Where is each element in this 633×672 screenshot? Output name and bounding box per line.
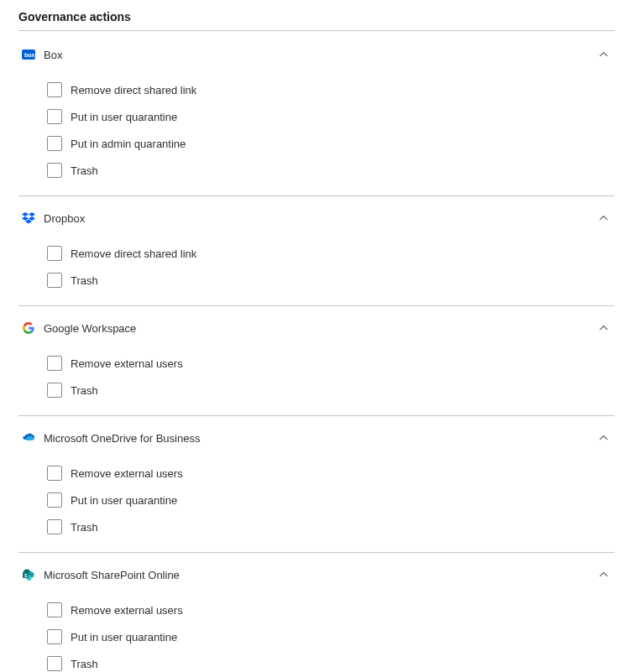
options-list: Remove direct shared link Put in user qu… — [18, 65, 615, 184]
checkbox[interactable] — [47, 273, 62, 288]
option-row: Remove direct shared link — [47, 76, 615, 103]
options-list: Remove external users Put in user quaran… — [18, 448, 615, 540]
section-header-dropbox[interactable]: Dropbox — [18, 208, 615, 228]
option-label: Remove direct shared link — [71, 84, 196, 96]
svg-marker-4 — [22, 216, 29, 221]
section-onedrive: Microsoft OneDrive for Business Remove e… — [18, 416, 615, 553]
svg-marker-2 — [22, 212, 29, 216]
svg-text:box: box — [24, 52, 35, 58]
section-header-google-workspace[interactable]: Google Workspace — [18, 318, 615, 338]
section-label: Box — [44, 49, 598, 61]
checkbox[interactable] — [47, 383, 62, 398]
svg-marker-3 — [29, 212, 35, 216]
option-row: Put in admin quarantine — [47, 130, 615, 157]
options-list: Remove direct shared link Trash — [18, 228, 615, 294]
option-label: Put in user quarantine — [71, 494, 177, 507]
option-label: Trash — [71, 274, 98, 287]
page-title: Governance actions — [18, 10, 615, 30]
section-header-box[interactable]: box Box — [18, 44, 615, 65]
option-label: Remove direct shared link — [71, 247, 196, 260]
option-row: Remove external users — [47, 350, 615, 377]
chevron-up-icon — [598, 569, 609, 581]
checkbox[interactable] — [47, 246, 62, 261]
section-header-sharepoint[interactable]: S Microsoft SharePoint Online — [18, 565, 615, 585]
onedrive-icon — [22, 431, 35, 445]
option-label: Trash — [71, 384, 98, 397]
option-row: Put in user quarantine — [47, 487, 615, 513]
svg-marker-5 — [29, 216, 35, 221]
option-label: Trash — [71, 658, 98, 670]
section-box: box Box Remove direct shared link Put in… — [18, 33, 615, 196]
option-row: Trash — [47, 513, 615, 540]
chevron-up-icon — [598, 212, 609, 224]
option-row: Trash — [47, 377, 615, 404]
option-row: Trash — [47, 267, 615, 294]
option-label: Remove external users — [71, 467, 183, 480]
chevron-up-icon — [598, 49, 609, 60]
option-label: Trash — [71, 164, 98, 177]
checkbox[interactable] — [47, 656, 62, 671]
section-label: Google Workspace — [44, 322, 598, 335]
sharepoint-icon: S — [22, 568, 35, 581]
option-label: Remove external users — [71, 357, 183, 370]
section-sharepoint: S Microsoft SharePoint Online Remove ext… — [18, 553, 615, 672]
checkbox[interactable] — [47, 519, 62, 534]
checkbox[interactable] — [47, 602, 62, 617]
option-label: Put in admin quarantine — [71, 138, 186, 150]
option-row: Put in user quarantine — [47, 103, 615, 130]
section-dropbox: Dropbox Remove direct shared link Trash — [18, 196, 615, 306]
options-list: Remove external users Trash — [18, 338, 615, 404]
option-row: Remove external users — [47, 460, 615, 487]
option-label: Put in user quarantine — [71, 111, 177, 123]
options-list: Remove external users Put in user quaran… — [18, 585, 615, 672]
option-row: Trash — [47, 157, 615, 184]
checkbox[interactable] — [47, 82, 62, 97]
checkbox[interactable] — [47, 629, 62, 644]
title-divider — [18, 30, 615, 31]
svg-marker-6 — [25, 220, 32, 224]
checkbox[interactable] — [47, 136, 62, 151]
section-label: Dropbox — [44, 212, 598, 225]
checkbox[interactable] — [47, 163, 62, 178]
checkbox[interactable] — [47, 109, 62, 124]
option-row: Remove direct shared link — [47, 240, 615, 267]
option-label: Remove external users — [71, 604, 183, 617]
option-label: Trash — [71, 521, 98, 534]
checkbox[interactable] — [47, 466, 62, 481]
dropbox-icon — [22, 211, 35, 225]
chevron-up-icon — [598, 432, 609, 444]
section-google-workspace: Google Workspace Remove external users T… — [18, 306, 615, 416]
option-row: Remove external users — [47, 596, 615, 623]
checkbox[interactable] — [47, 492, 62, 508]
checkbox[interactable] — [47, 356, 62, 371]
google-icon — [22, 321, 35, 335]
option-label: Put in user quarantine — [71, 631, 177, 643]
section-label: Microsoft OneDrive for Business — [44, 432, 598, 445]
section-header-onedrive[interactable]: Microsoft OneDrive for Business — [18, 428, 615, 448]
section-label: Microsoft SharePoint Online — [44, 569, 598, 581]
box-icon: box — [22, 48, 35, 61]
svg-text:S: S — [24, 573, 28, 578]
chevron-up-icon — [598, 322, 609, 334]
option-row: Trash — [47, 650, 615, 672]
option-row: Put in user quarantine — [47, 623, 615, 650]
